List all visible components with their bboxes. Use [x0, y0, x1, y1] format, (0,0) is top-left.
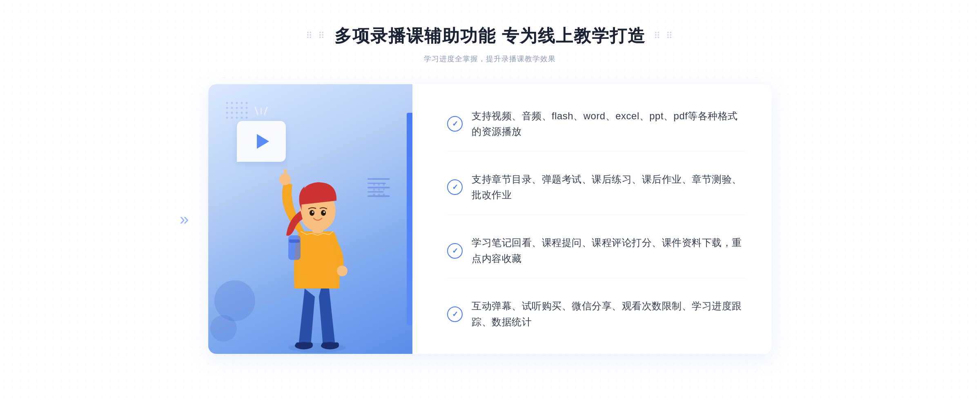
svg-point-8 — [241, 107, 243, 109]
check-icon-1: ✓ — [447, 116, 463, 132]
svg-point-13 — [241, 112, 243, 114]
main-title: 多项录播课辅助功能 专为线上教学打造 — [334, 25, 646, 47]
feature-item-4: ✓ 互动弹幕、试听购买、微信分享、观看次数限制、学习进度跟踪、数据统计 — [447, 287, 745, 341]
svg-point-5 — [226, 107, 228, 109]
svg-rect-35 — [284, 169, 287, 181]
svg-point-41 — [312, 211, 314, 213]
svg-rect-44 — [289, 239, 300, 243]
stripe-decoration — [368, 178, 390, 197]
light-rays — [256, 108, 266, 117]
svg-point-0 — [226, 102, 228, 104]
check-icon-4: ✓ — [447, 306, 463, 322]
svg-point-36 — [337, 266, 347, 276]
dots-right-decoration: ⠿ ⠿ — [654, 31, 674, 41]
svg-point-14 — [246, 112, 248, 114]
svg-point-7 — [236, 107, 238, 109]
character-illustration — [252, 125, 382, 354]
svg-point-16 — [231, 117, 233, 119]
svg-point-17 — [236, 117, 238, 119]
feature-text-1: 支持视频、音频、flash、word、excel、ppt、pdf等各种格式的资源… — [472, 108, 745, 140]
svg-point-19 — [246, 117, 248, 119]
svg-point-11 — [231, 112, 233, 114]
feature-item-3: ✓ 学习笔记回看、课程提问、课程评论打分、课件资料下载，重点内容收藏 — [447, 224, 745, 278]
svg-rect-43 — [288, 235, 301, 260]
svg-point-3 — [241, 102, 243, 104]
title-row: ⠿ ⠿ 多项录播课辅助功能 专为线上教学打造 ⠿ ⠿ — [306, 25, 674, 47]
svg-point-15 — [226, 117, 228, 119]
svg-point-10 — [226, 112, 228, 114]
deco-circle-small — [210, 315, 237, 342]
svg-point-9 — [246, 107, 248, 109]
feature-text-4: 互动弹幕、试听购买、微信分享、观看次数限制、学习进度跟踪、数据统计 — [472, 298, 745, 330]
feature-text-2: 支持章节目录、弹题考试、课后练习、课后作业、章节测验、批改作业 — [472, 172, 745, 203]
feature-item-1: ✓ 支持视频、音频、flash、word、excel、ppt、pdf等各种格式的… — [447, 97, 745, 152]
left-arrow-decoration: » — [180, 210, 189, 228]
svg-point-1 — [231, 102, 233, 104]
feature-text-3: 学习笔记回看、课程提问、课程评论打分、课件资料下载，重点内容收藏 — [472, 235, 745, 266]
check-icon-3: ✓ — [447, 243, 463, 259]
dots-left-decoration: ⠿ ⠿ — [306, 31, 326, 41]
svg-point-40 — [321, 210, 326, 216]
svg-point-39 — [310, 210, 314, 216]
svg-point-2 — [236, 102, 238, 104]
blue-vertical-bar — [407, 113, 412, 325]
svg-point-6 — [231, 107, 233, 109]
svg-rect-31 — [296, 342, 313, 347]
svg-point-42 — [323, 211, 325, 213]
content-wrapper: » — [208, 84, 772, 354]
features-panel: ✓ 支持视频、音频、flash、word、excel、ppt、pdf等各种格式的… — [412, 84, 772, 354]
svg-point-18 — [241, 117, 243, 119]
svg-rect-33 — [322, 342, 339, 347]
check-icon-2: ✓ — [447, 179, 463, 195]
sub-title: 学习进度全掌握，提升录播课教学效果 — [306, 54, 674, 64]
page-container: ⠿ ⠿ 多项录播课辅助功能 专为线上教学打造 ⠿ ⠿ 学习进度全掌握，提升录播课… — [0, 0, 980, 398]
illustration-panel — [208, 84, 412, 354]
header-section: ⠿ ⠿ 多项录播课辅助功能 专为线上教学打造 ⠿ ⠿ 学习进度全掌握，提升录播课… — [306, 25, 674, 64]
svg-point-4 — [246, 102, 248, 104]
svg-point-12 — [236, 112, 238, 114]
feature-item-2: ✓ 支持章节目录、弹题考试、课后练习、课后作业、章节测验、批改作业 — [447, 160, 745, 215]
